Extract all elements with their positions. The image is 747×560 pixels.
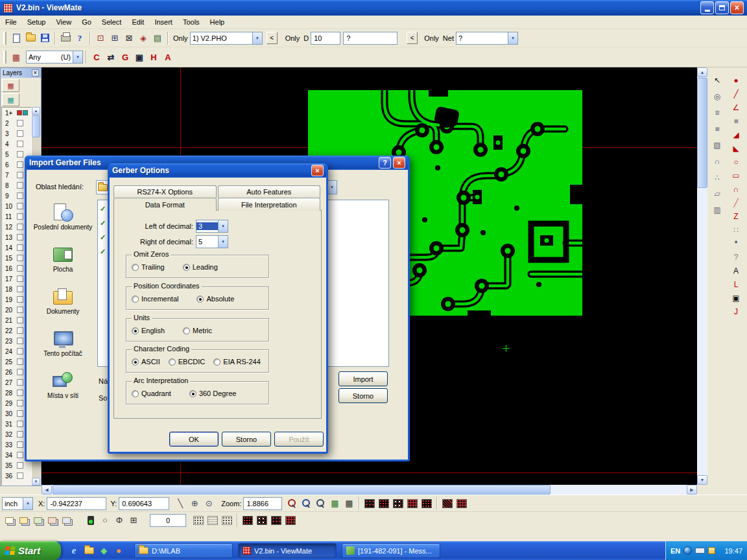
cancel-button[interactable]: Storno bbox=[338, 388, 388, 403]
layer-row-active[interactable]: 1+ bbox=[2, 108, 31, 118]
layer-visibility-checkbox[interactable] bbox=[17, 327, 23, 334]
aperture-view-1-icon[interactable] bbox=[362, 496, 377, 511]
layer-visibility-checkbox[interactable] bbox=[17, 203, 23, 209]
draw-slash-icon[interactable]: ╱ bbox=[729, 196, 743, 209]
gerber-file-icon[interactable]: ✓ bbox=[100, 233, 106, 242]
place-documents[interactable]: Dokumenty bbox=[32, 288, 94, 316]
radio-leading[interactable]: Leading bbox=[183, 263, 218, 271]
netlist-table-icon[interactable]: ▦ bbox=[342, 496, 356, 511]
menu-item[interactable]: File bbox=[0, 16, 22, 29]
origin-marker-icon[interactable]: ⊕ bbox=[187, 496, 202, 511]
draw-rect-icon[interactable]: ▭ bbox=[729, 169, 743, 182]
gerber-file-icon[interactable]: ✓ bbox=[100, 248, 106, 256]
layer-visibility-checkbox[interactable] bbox=[17, 472, 23, 479]
scroll-right-icon[interactable]: ▶ bbox=[687, 485, 697, 495]
layer-visibility-checkbox[interactable] bbox=[17, 234, 23, 240]
scrollbar-thumb[interactable] bbox=[32, 115, 40, 137]
toolbar-grip[interactable] bbox=[3, 32, 6, 45]
pointer-tool-icon[interactable]: ↖ bbox=[710, 74, 724, 87]
layer-row[interactable]: 3 bbox=[2, 128, 31, 139]
zoom-point-icon[interactable] bbox=[313, 496, 327, 511]
layer-visibility-checkbox[interactable] bbox=[17, 441, 23, 448]
chevron-down-icon[interactable]: ▼ bbox=[218, 236, 228, 248]
dcode-input[interactable]: 10 bbox=[311, 32, 340, 45]
diameter-icon[interactable]: Φ bbox=[112, 513, 126, 528]
ok-button[interactable]: OK bbox=[169, 432, 219, 447]
draw-star-icon[interactable]: * bbox=[729, 237, 743, 250]
lines-tool-icon[interactable]: ≡ bbox=[710, 106, 724, 119]
outline-mode-icon[interactable] bbox=[455, 496, 469, 511]
menu-item[interactable]: Tools bbox=[178, 16, 205, 29]
tab-file-interpretation[interactable]: File Interpretation bbox=[218, 198, 321, 211]
chevron-down-icon[interactable]: ▼ bbox=[23, 498, 32, 509]
center-snap-icon[interactable]: ◎ bbox=[710, 90, 724, 103]
draw-hook-icon[interactable]: J bbox=[729, 305, 743, 318]
open-file-icon[interactable] bbox=[23, 31, 38, 45]
layer-color-swatch[interactable] bbox=[17, 110, 22, 115]
tray-ball-icon[interactable] bbox=[683, 546, 692, 555]
outline-tool-icon[interactable]: ▱ bbox=[710, 187, 724, 200]
place-my-computer[interactable]: Tento počítač bbox=[32, 330, 94, 358]
apply-button[interactable]: Použít bbox=[274, 432, 324, 447]
taskbar-task-mlab[interactable]: D:\MLAB bbox=[134, 543, 233, 558]
dcode-grid-icon[interactable]: ▦ bbox=[9, 50, 23, 64]
swap-ends-icon[interactable]: ⇄ bbox=[104, 50, 118, 64]
y-coordinate-value[interactable]: 0.690643 bbox=[119, 497, 169, 510]
radio-trailing[interactable]: Trailing bbox=[132, 263, 165, 271]
new-file-icon[interactable] bbox=[9, 31, 23, 45]
layer-visibility-checkbox[interactable] bbox=[17, 141, 23, 147]
layer-visibility-checkbox[interactable] bbox=[17, 151, 23, 158]
layer-visibility-checkbox[interactable] bbox=[17, 338, 23, 344]
pattern-tool-icon[interactable]: ▥ bbox=[710, 204, 724, 216]
radio-metric[interactable]: Metric bbox=[183, 327, 212, 334]
layer-row[interactable]: 35 bbox=[2, 460, 31, 471]
layer-visibility-checkbox[interactable] bbox=[17, 390, 23, 396]
layer-row[interactable]: 36 bbox=[2, 471, 31, 481]
dot-grid-fine-icon[interactable] bbox=[191, 513, 206, 528]
status-light-icon[interactable] bbox=[84, 513, 98, 528]
aperture-view-3-icon[interactable] bbox=[391, 496, 405, 511]
layer-visibility-checkbox[interactable] bbox=[17, 120, 23, 126]
taskbar-task-message[interactable]: [191-482-091] - Mess... bbox=[342, 543, 440, 558]
draw-mirror-icon[interactable]: ◣ bbox=[729, 142, 743, 155]
taskbar-task-viewmate[interactable]: V2.bin - ViewMate bbox=[238, 543, 337, 558]
select-window-icon[interactable]: ⊡ bbox=[93, 31, 108, 45]
radio-ebcdic[interactable]: EBCDIC bbox=[169, 358, 206, 366]
scrollbar-thumb[interactable] bbox=[53, 485, 551, 495]
layer-visibility-checkbox[interactable] bbox=[17, 275, 23, 282]
scroll-down-icon[interactable]: ▼ bbox=[697, 475, 707, 485]
layer-visibility-checkbox[interactable] bbox=[17, 213, 23, 220]
prev-layer-button[interactable]: < bbox=[267, 32, 278, 44]
layer-visibility-checkbox[interactable] bbox=[17, 348, 23, 355]
draw-polyline-icon[interactable]: ∠ bbox=[729, 101, 743, 114]
chevron-down-icon[interactable]: ▼ bbox=[327, 181, 337, 194]
layer-visibility-checkbox[interactable] bbox=[17, 244, 23, 251]
draw-triangle-icon[interactable]: ◢ bbox=[729, 128, 743, 141]
film-stack-2-icon[interactable] bbox=[16, 513, 30, 528]
print-icon[interactable] bbox=[58, 31, 73, 45]
scroll-up-icon[interactable]: ▲ bbox=[697, 67, 707, 77]
draw-zigzag-icon[interactable]: Z bbox=[729, 210, 743, 223]
menu-item[interactable]: Go bbox=[77, 16, 97, 29]
dot-grid-coarse-icon[interactable] bbox=[220, 513, 234, 528]
highlight-icon[interactable]: ◈ bbox=[136, 31, 150, 45]
dots-tool-icon[interactable]: ∴ bbox=[710, 171, 724, 184]
tab-rs274x-options[interactable]: RS274-X Options bbox=[113, 185, 217, 198]
aperture-view-5-icon[interactable] bbox=[420, 496, 434, 511]
radio-ascii[interactable]: ASCII bbox=[132, 358, 160, 366]
place-network[interactable]: Místa v síti bbox=[32, 372, 94, 400]
layer-visibility-checkbox[interactable] bbox=[17, 431, 23, 438]
chevron-down-icon[interactable]: ▼ bbox=[508, 32, 517, 44]
layer-visibility-checkbox[interactable] bbox=[17, 317, 23, 323]
layer-visibility-checkbox[interactable] bbox=[17, 379, 23, 386]
window-titlebar[interactable]: V2.bin - ViewMate × bbox=[0, 0, 747, 16]
select-invert-icon[interactable]: ⊠ bbox=[122, 31, 136, 45]
layer-visibility-checkbox[interactable] bbox=[17, 192, 23, 199]
layer-visibility-checkbox[interactable] bbox=[17, 410, 23, 417]
layer-visibility-checkbox[interactable] bbox=[17, 286, 23, 292]
selection-filter-combo[interactable]: Any (U) ▼ bbox=[26, 51, 83, 64]
hatch-tool-icon[interactable]: ▨ bbox=[710, 139, 724, 152]
layer-grid-teal-icon[interactable]: ▦ bbox=[2, 93, 19, 106]
horizontal-scrollbar[interactable]: ◀ ▶ bbox=[42, 485, 697, 495]
filled-box-tool-icon[interactable]: ■ bbox=[710, 122, 724, 135]
